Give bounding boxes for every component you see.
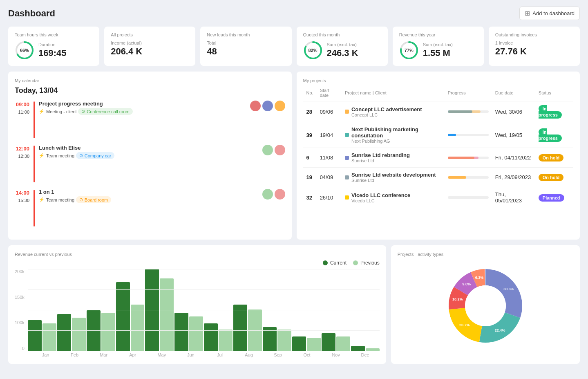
bar-group [322,333,350,351]
proj-name-cell: Next Publishing marketing consultation N… [342,122,445,148]
kpi-label: Outstanding invoices [495,32,573,37]
proj-client: Sunrise Ltd [351,178,436,183]
kpi-card-0: Team hours this week 66% Duration 169:45 [8,27,99,66]
bar-current [87,310,101,351]
donut-label: 30.3% [503,287,514,291]
proj-color-dot [345,110,349,114]
bar-current [145,269,159,351]
kpi-sub: Sum (excl. tax) [327,42,358,47]
event-location: ⊙ Conference call room [78,108,133,115]
donut-chart-card: Projects - activity types 30.3%22.4%20.7… [391,245,580,364]
calendar-event-2: 14:00 15:30 1 on 1 ⚡ Team meeting ⊙ Boar… [15,189,285,227]
table-row[interactable]: 19 04/09 Sunrise Ltd website development… [303,168,574,187]
projects-table: No.Start dateProject name | ClientProgre… [303,86,574,208]
proj-due: Thu, 05/01/2023 [492,187,535,208]
y-axis: 200k150k100k0 [15,269,25,351]
x-label: Jan [31,352,60,357]
bar-previous [42,323,56,351]
table-row[interactable]: 39 19/04 Next Publishing marketing consu… [303,122,574,148]
proj-no: 32 [303,187,317,208]
col-header: No. [303,86,317,101]
proj-progress [445,101,492,122]
proj-progress [445,122,492,148]
bar-previous [366,348,380,351]
bar-previous [336,336,350,351]
bar-group [204,323,233,351]
bar-group [174,313,203,351]
event-avatars [250,101,285,111]
event-tag: ⚡ Team meeting [39,153,74,158]
table-row[interactable]: 6 11/08 Sunrise Ltd rebranding Sunrise L… [303,148,574,168]
bar-group [57,314,86,351]
kpi-label: Revenue this year [399,32,477,37]
proj-status: On hold [535,148,573,168]
kpi-card-5: Outstanding invoices 1 invoice 27.76 K [489,27,580,66]
kpi-value: 206.4 K [111,46,189,57]
proj-no: 6 [303,148,317,168]
kpi-label: All projects [111,32,189,37]
proj-status: In progress [535,101,573,122]
proj-name-cell: Sunrise Ltd website development Sunrise … [342,168,445,187]
donut-label: 6.3% [475,276,484,280]
chart-bars-container [28,269,380,351]
progress-bar [448,157,489,159]
x-label: Apr [118,352,147,357]
legend-previous: Previous [353,260,380,266]
add-dashboard-button[interactable]: ⊞ Add to dashboard [519,7,580,20]
proj-color-dot [345,133,349,137]
location-icon: ⊙ [79,153,83,158]
avatar [262,101,273,111]
proj-client: Next Publishing AG [351,139,441,144]
circle-progress: 66% [15,40,34,60]
event-time: 09:00 11:00 [15,101,29,115]
event-location: ⊙ Company car [76,152,114,159]
event-location: ⊙ Board room [76,196,111,203]
kpi-label: Team hours this week [15,32,93,37]
kpi-sub: Income (actual) [111,40,189,45]
legend-current-label: Current [330,260,347,266]
bar-current [57,314,71,351]
bar-current [263,327,277,351]
kpi-label: New leads this month [207,32,285,37]
bar-current [28,320,42,351]
bar-previous [248,309,262,351]
bar-group [292,336,321,351]
proj-status: Planned [535,187,573,208]
bar-previous [307,338,321,351]
kpi-card-3: Quoted this month 82% Sum (excl. tax) 24… [297,27,388,66]
bar-group [351,346,380,351]
table-row[interactable]: 28 09/06 Concept LLC advertisement Conce… [303,101,574,122]
proj-progress [445,168,492,187]
progress-bar [448,110,489,113]
bar-current [174,313,188,351]
proj-color-dot [345,175,349,179]
proj-start: 09/06 [317,101,342,122]
proj-due: Fri, 29/09/2023 [492,168,535,187]
kpi-row: Team hours this week 66% Duration 169:45… [8,27,580,66]
proj-start: 11/08 [317,148,342,168]
x-label: Sep [264,352,293,357]
proj-name-cell: Sunrise Ltd rebranding Sunrise Ltd [342,148,445,168]
proj-start: 26/10 [317,187,342,208]
x-label: May [147,352,176,357]
legend-previous-label: Previous [360,260,380,266]
progress-bar [448,196,489,199]
x-label: Oct [293,352,322,357]
proj-status: On hold [535,168,573,187]
event-tag: ⚡ Meeting - client [39,109,77,114]
proj-no: 39 [303,122,317,148]
proj-client: Sunrise Ltd [351,158,410,163]
event-time: 14:00 15:30 [15,189,29,204]
chart-area: 200k150k100k0 [15,269,380,351]
kpi-sub: Total [207,40,285,45]
circle-label: 82% [308,48,317,53]
x-label: Nov [322,352,351,357]
kpi-card-2: New leads this month Total 48 [200,27,291,66]
table-row[interactable]: 32 26/10 Vicedo LLC conference Vicedo LL… [303,187,574,208]
proj-start: 04/09 [317,168,342,187]
progress-bar [448,134,489,136]
col-header: Status [535,86,573,101]
kpi-value: 169:45 [38,48,67,58]
proj-color-dot [345,195,349,200]
proj-progress [445,187,492,208]
